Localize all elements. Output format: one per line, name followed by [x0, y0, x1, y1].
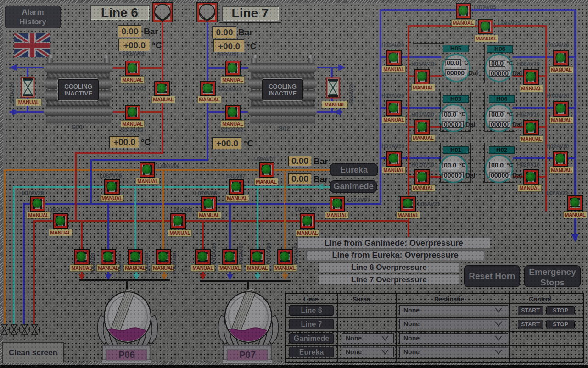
svg-text:P07: P07 — [239, 350, 256, 360]
svg-text:P06: P06 — [118, 350, 135, 360]
